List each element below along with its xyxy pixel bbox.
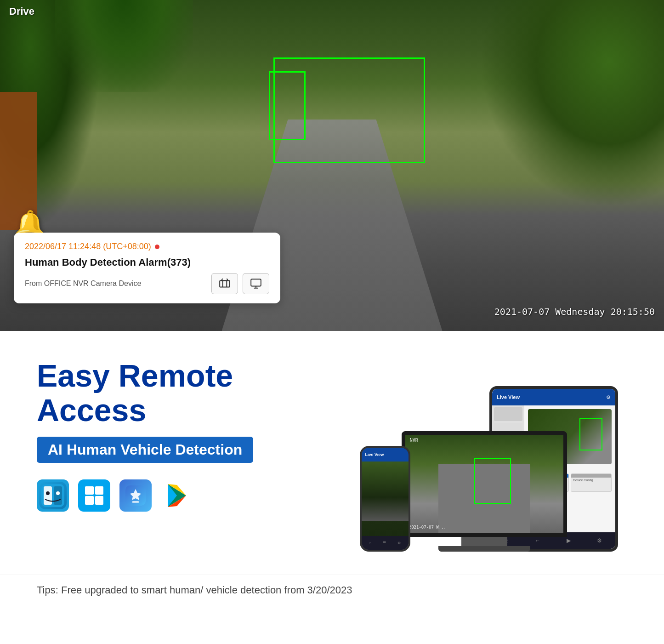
live-view-button[interactable]	[243, 273, 269, 294]
tablet-nav-set: ⚙	[597, 537, 602, 544]
tablet-detection-box	[579, 418, 602, 450]
monitor-nvr-label: NVR	[410, 438, 418, 443]
windows-icon	[85, 486, 103, 505]
mac-platform-icon[interactable]	[37, 479, 69, 512]
tablet-sidebar-item-1	[494, 407, 522, 421]
phone-camera-view	[362, 462, 409, 536]
phone-bottom-bar: ⌂ ☰ ⚙	[362, 536, 409, 550]
main-title-text: Easy Remote Access	[37, 358, 233, 427]
playstore-platform-icon[interactable]	[161, 479, 193, 512]
drive-label: Drive	[9, 6, 34, 17]
monitor-stand	[461, 537, 507, 546]
monitor-detection-box	[474, 458, 511, 504]
phone-mockup: Live View ⌂ ☰ ⚙	[360, 446, 410, 552]
notif-time-text: 2022/06/17 11:24:48 (UTC+08:00)	[25, 242, 151, 251]
monitor-mockup: NVR 2021-07-07 W...	[402, 431, 567, 552]
appstore-icon	[125, 485, 146, 506]
phone-nav-2: ☰	[383, 541, 386, 545]
windows-platform-icon[interactable]	[78, 479, 110, 512]
phone-nav-3: ⚙	[397, 541, 401, 545]
platform-icons	[37, 479, 323, 512]
monitor-screen: NVR 2021-07-07 W...	[402, 431, 567, 537]
svg-rect-7	[44, 486, 52, 505]
phone-header-text: Live View	[365, 452, 384, 457]
phone-screen: Live View ⌂ ☰ ⚙	[362, 448, 409, 550]
bottom-left: Easy Remote Access AI Human Vehicle Dete…	[37, 359, 323, 525]
tablet-header-text: Live View	[497, 394, 520, 400]
tablet-header: Live View ⚙	[492, 389, 615, 405]
phone-nav-1: ⌂	[369, 541, 371, 545]
notification-footer: From OFFICE NVR Camera Device	[25, 273, 269, 294]
vehicle-detection-box	[273, 57, 425, 163]
notification-card: 2022/06/17 11:24:48 (UTC+08:00) Human Bo…	[14, 233, 280, 303]
win-square-4	[95, 496, 104, 505]
film-icon	[219, 278, 231, 290]
tips-text: Tips: Free upgraded to smart human/ vehi…	[37, 584, 627, 596]
tablet-setting-2: Device Config	[571, 473, 612, 492]
tablet-header-icons: ⚙	[606, 394, 611, 400]
ai-badge: AI Human Vehicle Detection	[37, 437, 253, 463]
monitor-icon	[250, 278, 262, 290]
svg-rect-0	[220, 281, 230, 287]
tablet-nav-cam: ▶	[567, 537, 571, 544]
notification-timestamp: 2022/06/17 11:24:48 (UTC+08:00)	[25, 242, 269, 251]
notif-dot	[155, 245, 159, 249]
tips-section: Tips: Free upgraded to smart human/ vehi…	[0, 575, 664, 615]
svg-rect-3	[251, 279, 261, 286]
finder-icon	[39, 482, 67, 509]
notification-source: From OFFICE NVR Camera Device	[25, 279, 141, 288]
phone-body: Live View ⌂ ☰ ⚙	[360, 446, 410, 552]
tablet-setting-2-label: Device Config	[571, 478, 611, 483]
notification-title: Human Body Detection Alarm(373)	[25, 256, 269, 269]
tablet-wifi-icon: ⚙	[606, 394, 611, 400]
monitor-base	[438, 546, 530, 552]
video-playback-button[interactable]	[211, 273, 238, 294]
phone-header-bar: Live View	[362, 448, 409, 462]
main-title: Easy Remote Access	[37, 359, 323, 427]
win-square-1	[85, 486, 94, 495]
appstore-platform-icon[interactable]	[119, 479, 152, 512]
playstore-icon	[161, 479, 193, 512]
monitor-timestamp: 2021-07-07 W...	[409, 525, 446, 530]
notification-buttons	[211, 273, 269, 294]
device-mockups: Live View ⌂ ☰ ⚙	[341, 359, 628, 552]
camera-section: Drive 2021-07-07 Wednesday 20:15:50 🔔 20…	[0, 0, 664, 331]
camera-timestamp: 2021-07-07 Wednesday 20:15:50	[494, 306, 655, 317]
win-square-2	[95, 486, 104, 495]
svg-point-9	[46, 491, 50, 495]
finder-svg	[41, 484, 64, 507]
svg-rect-8	[54, 486, 62, 505]
svg-point-10	[56, 491, 60, 495]
bottom-section: Easy Remote Access AI Human Vehicle Dete…	[0, 331, 664, 575]
win-square-3	[85, 496, 94, 505]
